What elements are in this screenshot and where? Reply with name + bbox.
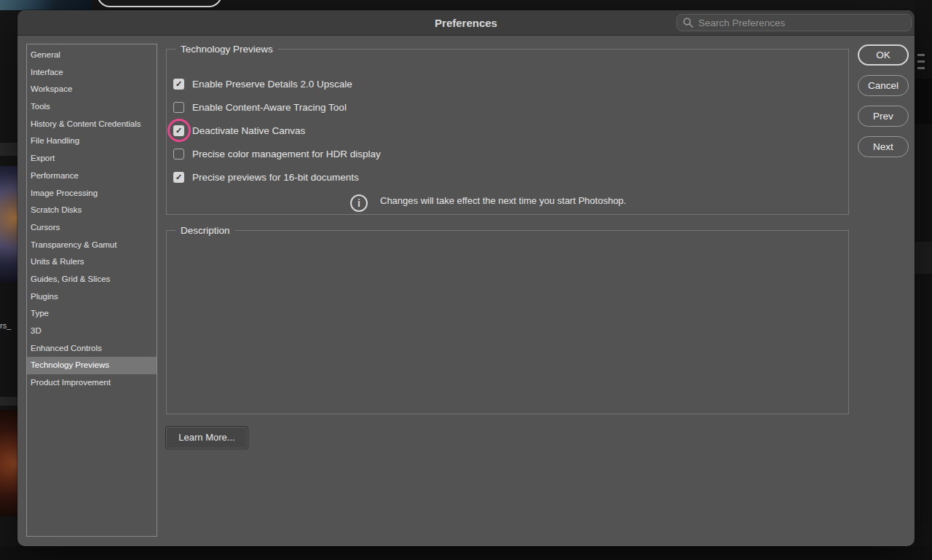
checkbox-row-deactivate-native-canvas: ✓Deactivate Native Canvas <box>167 119 848 142</box>
technology-previews-group: Technology Previews ✓Enable Preserve Det… <box>166 44 849 215</box>
group-title: Technology Previews <box>175 44 278 55</box>
restart-info-text: Changes will take effect the next time y… <box>380 195 626 206</box>
search-placeholder: Search Preferences <box>698 17 785 28</box>
sidebar-item-enhanced-controls[interactable]: Enhanced Controls <box>27 340 157 358</box>
sidebar-item-product-improvement[interactable]: Product Improvement <box>27 374 157 392</box>
sidebar-item-export[interactable]: Export <box>27 150 157 167</box>
checkbox-enable-content-aware-tracing-tool[interactable] <box>173 102 184 113</box>
background-panel-band <box>0 143 17 156</box>
checkbox-unchecked-icon <box>173 149 184 159</box>
preferences-category-list: GeneralInterfaceWorkspaceToolsHistory & … <box>26 44 157 537</box>
background-layer-thumbnail <box>0 410 17 516</box>
checkbox-enable-preserve-details-2-0-upscale[interactable]: ✓ <box>173 79 184 90</box>
background-photo-fragment <box>0 0 92 10</box>
description-group: Description <box>166 225 849 414</box>
sidebar-item-3d[interactable]: 3D <box>27 323 157 340</box>
ok-button[interactable]: OK <box>858 44 909 66</box>
search-input[interactable]: Search Preferences <box>676 14 912 31</box>
checkbox-checked-icon: ✓ <box>173 125 184 136</box>
checkbox-row-enable-content-aware-tracing-tool: Enable Content-Aware Tracing Tool <box>167 95 848 119</box>
sidebar-item-performance[interactable]: Performance <box>27 167 157 185</box>
sidebar-item-units-rulers[interactable]: Units & Rulers <box>27 253 157 271</box>
checkbox-label: Precise previews for 16-bit documents <box>192 172 359 183</box>
sidebar-item-plugins[interactable]: Plugins <box>27 288 157 306</box>
checkbox-precise-color-management-for-hdr-display[interactable] <box>173 149 184 159</box>
sidebar-item-guides-grid-slices[interactable]: Guides, Grid & Slices <box>27 271 157 288</box>
background-panel-band <box>0 397 17 406</box>
sidebar-item-workspace[interactable]: Workspace <box>27 81 157 98</box>
learn-more-button[interactable]: Learn More... <box>166 427 248 449</box>
sidebar-item-scratch-disks[interactable]: Scratch Disks <box>27 202 157 219</box>
checkbox-row-enable-preserve-details-2-0-upscale: ✓Enable Preserve Details 2.0 Upscale <box>167 72 848 95</box>
sidebar-item-general[interactable]: General <box>27 47 157 64</box>
dialog-titlebar: Preferences Search Preferences <box>17 10 915 36</box>
restart-info-row: i Changes will take effect the next time… <box>350 194 626 212</box>
checkbox-deactivate-native-canvas[interactable]: ✓ <box>173 125 184 136</box>
sidebar-item-type[interactable]: Type <box>27 305 157 323</box>
checkbox-label: Deactivate Native Canvas <box>192 125 305 136</box>
next-button[interactable]: Next <box>858 136 909 157</box>
info-icon: i <box>350 194 368 212</box>
checkbox-label: Enable Content-Aware Tracing Tool <box>192 102 347 113</box>
sidebar-item-image-processing[interactable]: Image Processing <box>27 185 157 202</box>
background-right-panel-section <box>915 242 932 274</box>
search-icon <box>683 17 693 28</box>
sidebar-item-history-content-credentials[interactable]: History & Content Credentials <box>27 116 157 133</box>
checkbox-list: ✓Enable Preserve Details 2.0 UpscaleEnab… <box>167 72 848 189</box>
sidebar-item-transparency-gamut[interactable]: Transparency & Gamut <box>27 237 157 254</box>
sidebar-item-interface[interactable]: Interface <box>27 64 157 82</box>
background-right-panel-section <box>915 79 932 124</box>
prev-button[interactable]: Prev <box>858 106 909 127</box>
background-filename-fragment: rs_ <box>0 320 17 331</box>
background-layer-thumbnail <box>0 166 17 283</box>
dialog-action-buttons: OK Cancel Prev Next <box>858 44 909 157</box>
checkbox-checked-icon: ✓ <box>173 172 184 183</box>
checkbox-checked-icon: ✓ <box>173 79 184 90</box>
checkbox-precise-previews-for-16-bit-documents[interactable]: ✓ <box>173 172 184 183</box>
sidebar-item-file-handling[interactable]: File Handling <box>27 133 157 150</box>
background-bottom-strip <box>0 546 932 560</box>
checkbox-row-precise-previews-for-16-bit-documents: ✓Precise previews for 16-bit documents <box>167 165 848 189</box>
checkbox-label: Precise color management for HDR display <box>192 149 381 159</box>
sidebar-item-technology-previews[interactable]: Technology Previews <box>27 357 157 374</box>
sidebar-list: GeneralInterfaceWorkspaceToolsHistory & … <box>27 47 157 392</box>
preferences-dialog: Preferences Search Preferences GeneralIn… <box>17 10 915 546</box>
sidebar-item-cursors[interactable]: Cursors <box>27 219 157 237</box>
cancel-button[interactable]: Cancel <box>858 75 909 96</box>
background-pill-button <box>97 0 222 7</box>
hamburger-menu-icon <box>917 54 925 71</box>
checkbox-label: Enable Preserve Details 2.0 Upscale <box>192 79 352 90</box>
description-title: Description <box>175 225 235 236</box>
checkbox-row-precise-color-management-for-hdr-display: Precise color management for HDR display <box>167 142 848 165</box>
checkbox-unchecked-icon <box>173 102 184 113</box>
sidebar-item-tools[interactable]: Tools <box>27 98 157 116</box>
